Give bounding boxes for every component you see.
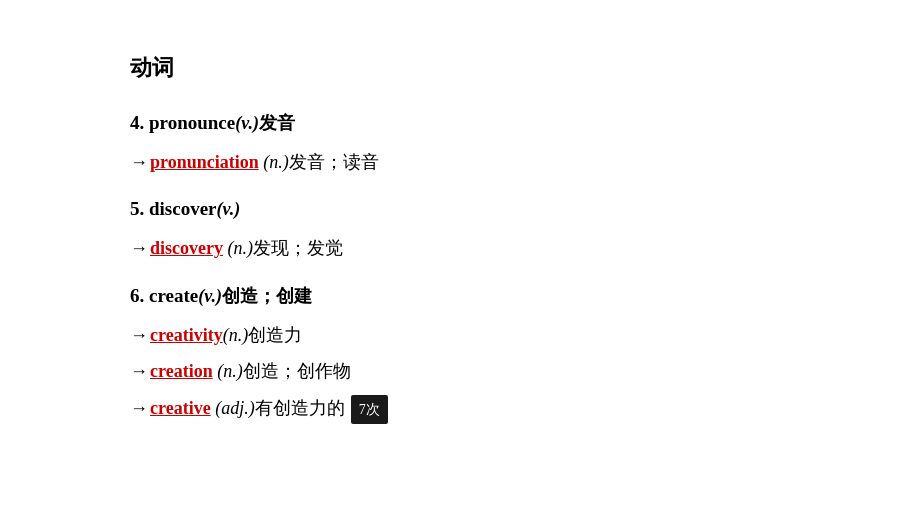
keyword-creation: creation: [150, 355, 213, 387]
entry-5-word: discover: [149, 198, 217, 219]
entry-6-sub-2: → creation (n.)创造；创作物: [130, 355, 790, 387]
entry-6-pos: (v.): [198, 286, 222, 306]
pos-discovery: (n.): [227, 232, 253, 264]
entry-4-pos: (v.): [235, 113, 259, 133]
entry-5: 5. discover(v.) →discovery (n.)发现；发觉: [130, 192, 790, 265]
entry-5-number: 5.: [130, 198, 149, 219]
keyword-creative: creative: [150, 392, 211, 424]
entry-4-main: 4. pronounce(v.)发音: [130, 106, 790, 140]
pos-creative: (adj.): [215, 392, 255, 424]
entry-4-word: pronounce: [149, 112, 235, 133]
frequency-badge: 7次: [351, 395, 388, 424]
pos-pronunciation: (n.): [263, 146, 289, 178]
arrow-icon-6-1: →: [130, 319, 148, 351]
entry-6-sub-1: → creativity(n.)创造力: [130, 319, 790, 351]
pos-creativity: (n.): [223, 319, 249, 351]
entry-5-pos: (v.): [217, 199, 241, 219]
entry-6-number: 6.: [130, 285, 149, 306]
entry-4: 4. pronounce(v.)发音 → pronunciation (n.)发…: [130, 106, 790, 179]
keyword-creativity: creativity: [150, 319, 223, 351]
entry-5-sub-1: →discovery (n.)发现；发觉: [130, 232, 790, 264]
arrow-icon-6-2: →: [130, 355, 148, 387]
keyword-discovery: discovery: [150, 232, 223, 264]
entry-6-main: 6. create(v.)创造；创建: [130, 279, 790, 313]
arrow-icon-4-1: →: [130, 146, 148, 178]
section-title: 动词: [130, 48, 790, 88]
meaning-creative: 有创造力的: [255, 392, 345, 424]
meaning-creativity: 创造力: [248, 319, 302, 351]
meaning-creation: 创造；创作物: [243, 355, 351, 387]
entry-4-number: 4.: [130, 112, 149, 133]
entry-4-meaning: 发音: [259, 113, 295, 133]
entry-6-word: create: [149, 285, 198, 306]
meaning-pronunciation: 发音；读音: [289, 146, 379, 178]
keyword-pronunciation: pronunciation: [150, 146, 259, 178]
entry-5-main: 5. discover(v.): [130, 192, 790, 226]
entry-4-sub-1: → pronunciation (n.)发音；读音: [130, 146, 790, 178]
entry-6: 6. create(v.)创造；创建 → creativity(n.)创造力 →…: [130, 279, 790, 424]
meaning-discovery: 发现；发觉: [253, 232, 343, 264]
arrow-icon-5-1: →: [130, 232, 148, 264]
entry-6-sub-3: → creative (adj.)有创造力的7次: [130, 392, 790, 424]
main-content: 动词 4. pronounce(v.)发音 → pronunciation (n…: [0, 0, 920, 478]
arrow-icon-6-3: →: [130, 392, 148, 424]
pos-creation: (n.): [217, 355, 243, 387]
entry-6-meaning: 创造；创建: [222, 286, 312, 306]
